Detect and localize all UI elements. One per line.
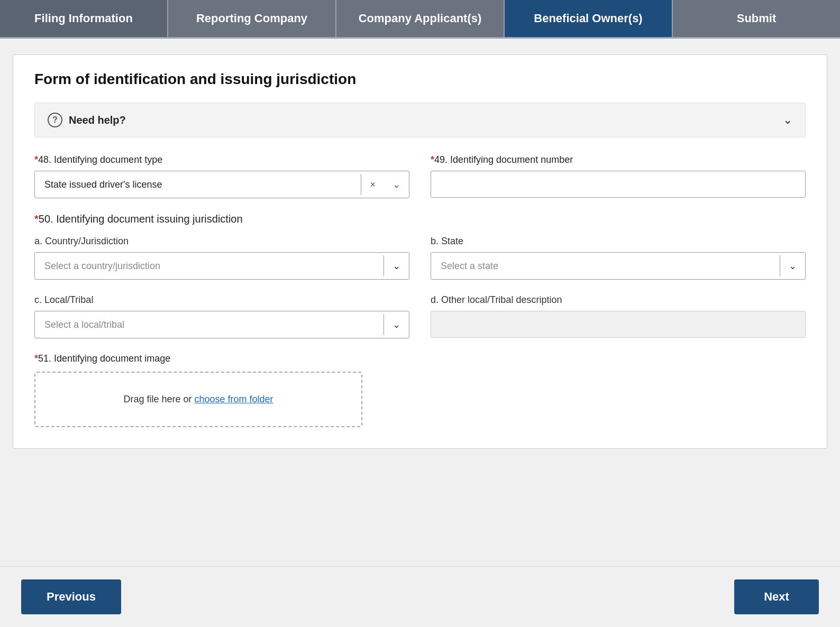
need-help-label: Need help? (69, 114, 126, 126)
fields-48-49-row: *48. Identifying document type State iss… (34, 154, 806, 198)
field-48-label: *48. Identifying document type (34, 154, 409, 165)
previous-button[interactable]: Previous (21, 579, 121, 614)
chevron-down-icon: ⌄ (783, 113, 792, 127)
field-50d-input[interactable] (431, 311, 806, 338)
field-48-select-wrapper[interactable]: State issued driver's license × ⌄ (34, 171, 409, 198)
field-50-required: * (34, 213, 39, 225)
field-50c-select[interactable]: Select a local/tribal (35, 312, 384, 337)
choose-from-folder-link[interactable]: choose from folder (194, 394, 273, 404)
field-49-label: *49. Identifying document number (431, 154, 806, 165)
tab-filing-information[interactable]: Filing Information (0, 0, 168, 37)
field-50b-chevron: ⌄ (780, 253, 805, 279)
field-49-input[interactable] (431, 171, 806, 198)
field-48-col: *48. Identifying document type State iss… (34, 154, 409, 198)
main-content: Form of identification and issuing juris… (0, 39, 840, 566)
field-50c-chevron: ⌄ (384, 311, 409, 338)
help-icon: ? (48, 113, 62, 127)
field-50c-col: c. Local/Tribal Select a local/tribal ⌄ (34, 294, 409, 338)
field-50b-label: b. State (431, 236, 806, 247)
field-50a-col: a. Country/Jurisdiction Select a country… (34, 236, 409, 280)
need-help-bar[interactable]: ? Need help? ⌄ (34, 103, 806, 137)
field-50b-select-wrapper[interactable]: Select a state ⌄ (431, 252, 806, 280)
field-51-section: *51. Identifying document image Drag fil… (34, 353, 806, 427)
field-48-chevron-button[interactable]: ⌄ (384, 171, 409, 198)
field-50a-label: a. Country/Jurisdiction (34, 236, 409, 247)
fields-50c-50d-row: c. Local/Tribal Select a local/tribal ⌄ … (34, 294, 806, 338)
navigation-tabs: Filing Information Reporting Company Com… (0, 0, 840, 39)
field-49-required: * (431, 154, 434, 165)
field-50c-label: c. Local/Tribal (34, 294, 409, 306)
field-50a-select-wrapper[interactable]: Select a country/jurisdiction ⌄ (34, 252, 409, 280)
field-51-required: * (34, 353, 38, 364)
field-48-value: State issued driver's license (35, 172, 361, 198)
field-50a-select[interactable]: Select a country/jurisdiction (35, 253, 384, 279)
file-upload-text: Drag file here or (123, 394, 194, 404)
field-50d-col: d. Other local/Tribal description (431, 294, 806, 338)
field-48-required: * (34, 154, 38, 165)
field-50b-select[interactable]: Select a state (431, 253, 780, 279)
form-card: Form of identification and issuing juris… (13, 54, 827, 449)
field-51-upload-area[interactable]: Drag file here or choose from folder (34, 372, 362, 427)
field-50c-select-wrapper[interactable]: Select a local/tribal ⌄ (34, 311, 409, 338)
field-50a-divider (384, 255, 384, 276)
field-50b-divider (780, 255, 780, 276)
field-51-label: *51. Identifying document image (34, 353, 806, 364)
bottom-nav: Previous Next (0, 566, 840, 627)
fields-50a-50b-row: a. Country/Jurisdiction Select a country… (34, 236, 806, 280)
field-50-section-label: *50. Identifying document issuing jurisd… (34, 213, 806, 225)
tab-company-applicants[interactable]: Company Applicant(s) (336, 0, 505, 37)
field-48-clear-button[interactable]: × (361, 172, 384, 198)
field-49-col: *49. Identifying document number (431, 154, 806, 198)
field-50a-chevron: ⌄ (384, 253, 409, 279)
field-50d-label: d. Other local/Tribal description (431, 294, 806, 306)
tab-submit[interactable]: Submit (673, 0, 840, 37)
field-50c-divider (384, 314, 384, 335)
form-title: Form of identification and issuing juris… (34, 71, 806, 88)
tab-reporting-company[interactable]: Reporting Company (168, 0, 336, 37)
next-button[interactable]: Next (734, 579, 819, 614)
need-help-left: ? Need help? (48, 113, 126, 127)
field-50b-col: b. State Select a state ⌄ (431, 236, 806, 280)
tab-beneficial-owners[interactable]: Beneficial Owner(s) (505, 0, 673, 37)
